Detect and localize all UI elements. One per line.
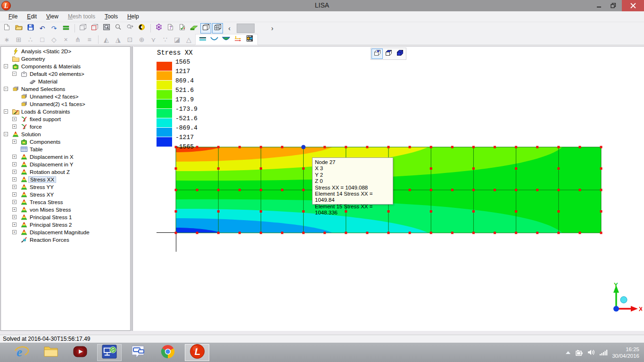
expand-icon[interactable]: + <box>12 185 17 189</box>
collapse-icon[interactable]: − <box>12 72 17 76</box>
triangle-right-button[interactable]: ◮ <box>113 34 124 45</box>
undo-button[interactable]: ↶ <box>37 23 48 33</box>
tree-item-principal-stress-2[interactable]: Principal Stress 2 <box>28 222 73 228</box>
mesh-node[interactable] <box>557 146 560 148</box>
mesh-node[interactable] <box>578 189 581 191</box>
expand-icon[interactable]: + <box>12 222 17 227</box>
square-tool-button[interactable]: □ <box>37 34 48 45</box>
tree-item-default-20-elements[interactable]: Default <20 elements> <box>28 71 86 77</box>
minimize-button[interactable] <box>592 0 606 11</box>
mesh-node[interactable] <box>239 232 241 234</box>
tree-item-displacement-magnitude[interactable]: Displacement Magnitude <box>28 229 91 236</box>
numbered-page-button[interactable]: 7 <box>165 23 176 33</box>
menu-item-mesh-tools[interactable]: Mesh tools <box>63 12 100 21</box>
tree-item-components-materials[interactable]: Components & Materials <box>20 63 82 70</box>
mesh-node[interactable] <box>217 232 220 234</box>
mesh-node[interactable] <box>515 167 517 170</box>
tree-item-fixed-support[interactable]: fixed support <box>28 116 62 123</box>
mesh-node[interactable] <box>345 232 347 234</box>
panel-splitter[interactable] <box>132 46 132 331</box>
scroll-right-button[interactable]: › <box>267 23 278 33</box>
expand-icon[interactable]: + <box>12 155 17 159</box>
expand-icon[interactable]: + <box>12 170 17 174</box>
expand-icon[interactable]: + <box>12 207 17 212</box>
mesh-node[interactable] <box>430 167 432 170</box>
refine-box-button[interactable]: ⊞ <box>13 34 24 45</box>
taskbar-app-remote-viewer[interactable] <box>97 344 122 361</box>
tree-item-solution[interactable]: Solution <box>20 131 42 138</box>
show-hidden-icons-icon[interactable] <box>565 350 571 355</box>
mesh-node[interactable] <box>388 146 390 148</box>
mesh-node[interactable] <box>536 189 538 191</box>
zoom-window-button[interactable] <box>101 23 112 33</box>
mesh-node[interactable] <box>196 189 198 191</box>
mesh-node[interactable] <box>302 167 305 170</box>
view-mesh-button[interactable] <box>212 23 223 33</box>
mesh-node[interactable] <box>302 189 305 191</box>
selected-node[interactable] <box>301 145 305 149</box>
mesh-node[interactable] <box>515 146 517 148</box>
mesh-node[interactable] <box>472 189 475 191</box>
mesh-node[interactable] <box>600 232 603 234</box>
mesh-node[interactable] <box>515 189 517 191</box>
menu-item-edit[interactable]: Edit <box>22 12 41 21</box>
tree-item-analysis-static-2d[interactable]: Analysis <Static 2D> <box>20 48 73 55</box>
mesh-node[interactable] <box>345 146 347 148</box>
mesh-node[interactable] <box>175 210 177 213</box>
mesh-tool-button[interactable] <box>153 23 164 33</box>
view-orientation-top-button[interactable] <box>383 49 394 59</box>
tree-item-tresca-stress[interactable]: Tresca Stress <box>28 199 65 206</box>
tree-item-material[interactable]: Material <box>37 78 59 85</box>
tree-item-von-mises-stress[interactable]: von Mises Stress <box>28 206 73 213</box>
mesh-node[interactable] <box>578 146 581 148</box>
mesh-node[interactable] <box>281 189 283 191</box>
tree-item-geometry[interactable]: Geometry <box>20 56 47 62</box>
expand-icon[interactable]: + <box>12 200 17 204</box>
view-wireframe-cube-button[interactable] <box>77 23 88 33</box>
mesh-node[interactable] <box>472 146 475 148</box>
volume-icon[interactable] <box>587 349 595 355</box>
extrude-tool-button[interactable]: ⊡ <box>124 34 135 45</box>
collapse-icon[interactable]: − <box>4 109 8 114</box>
mesh-node[interactable] <box>451 146 454 148</box>
mesh-node[interactable] <box>323 232 326 234</box>
mesh-node[interactable] <box>239 189 241 191</box>
mesh-node[interactable] <box>260 232 262 234</box>
triangle-left-button[interactable]: ◭ <box>101 34 112 45</box>
expand-icon[interactable]: + <box>12 230 17 234</box>
mesh-node[interactable] <box>430 189 432 191</box>
menu-item-help[interactable]: Help <box>123 12 144 21</box>
mesh-node[interactable] <box>494 232 496 234</box>
mesh-node[interactable] <box>515 210 517 213</box>
mesh-node[interactable] <box>196 146 198 148</box>
node-pick-button[interactable]: ⋔ <box>72 34 83 45</box>
tree-item-displacement-in-y[interactable]: Displacement in Y <box>28 161 74 168</box>
zoom-dynamic-button[interactable] <box>124 23 135 33</box>
expand-icon[interactable]: + <box>12 177 17 181</box>
edit-page-button[interactable] <box>177 23 188 33</box>
animation-button[interactable] <box>244 34 255 45</box>
mesh-node[interactable] <box>366 232 368 234</box>
tree-item-named-selections[interactable]: Named Selections <box>20 86 66 92</box>
expand-icon[interactable]: + <box>12 192 17 197</box>
split-tool-button[interactable]: ⋎ <box>148 34 159 45</box>
new-file-button[interactable] <box>1 23 12 33</box>
mesh-node[interactable] <box>302 232 305 234</box>
tree-item-force[interactable]: force <box>28 123 43 130</box>
mesh-node[interactable] <box>409 232 411 234</box>
expand-icon[interactable]: + <box>12 117 17 121</box>
mesh-node[interactable] <box>536 146 538 148</box>
mesh-node[interactable] <box>175 167 177 170</box>
mesh-node[interactable] <box>281 146 283 148</box>
scroll-left-button[interactable]: ‹ <box>224 23 235 33</box>
view-orientation-solid-button[interactable] <box>394 49 405 59</box>
view-solid-button[interactable] <box>200 23 211 33</box>
mesh-node[interactable] <box>388 232 390 234</box>
mesh-node[interactable] <box>536 232 538 234</box>
mesh-node[interactable] <box>515 232 517 234</box>
refine-star-button[interactable]: ∗ <box>1 34 12 45</box>
taskbar-app-media-player[interactable] <box>68 344 92 361</box>
revolve-tool-button[interactable]: ⊕ <box>136 34 147 45</box>
battery-icon[interactable] <box>575 349 583 356</box>
expand-icon[interactable]: + <box>12 140 17 144</box>
